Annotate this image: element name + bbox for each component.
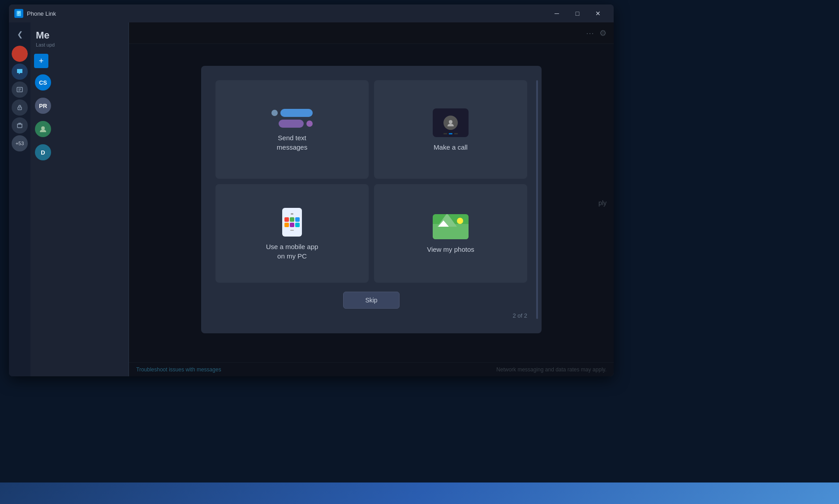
list-item[interactable]: CS bbox=[30, 71, 129, 94]
mobile-illustration bbox=[282, 208, 302, 237]
modal-card-grid: Send text messages bbox=[215, 80, 527, 283]
message-list: CS PR D bbox=[30, 71, 129, 376]
messages-title: Me bbox=[36, 30, 123, 41]
mobile-app-label: Use a mobile app on my PC bbox=[266, 242, 318, 261]
window-controls: ─ □ ✕ bbox=[546, 6, 608, 21]
sidebar-item-lock[interactable] bbox=[12, 99, 28, 116]
sidebar-item-box[interactable] bbox=[12, 117, 28, 134]
maximize-button[interactable]: □ bbox=[567, 6, 588, 21]
contact-avatar-cs: CS bbox=[35, 74, 51, 90]
view-photos-label: View my photos bbox=[427, 245, 474, 254]
svg-rect-11 bbox=[17, 124, 22, 128]
modal-overlay: Send text messages bbox=[129, 22, 614, 376]
make-call-card[interactable]: Make a call bbox=[374, 80, 527, 179]
sms-illustration bbox=[271, 109, 313, 128]
sidebar: ❮ bbox=[9, 22, 30, 376]
app-body: ❮ bbox=[9, 22, 614, 376]
list-item[interactable] bbox=[30, 117, 129, 141]
title-bar: Phone Link ─ □ ✕ bbox=[9, 4, 614, 22]
sidebar-toggle[interactable]: ❮ bbox=[12, 26, 28, 42]
user-avatar bbox=[12, 46, 28, 62]
call-illustration bbox=[433, 108, 469, 137]
app-title: Phone Link bbox=[27, 10, 546, 17]
app-icon bbox=[14, 9, 23, 18]
send-text-card[interactable]: Send text messages bbox=[215, 80, 369, 179]
svg-rect-2 bbox=[17, 13, 20, 13]
sidebar-avatar[interactable] bbox=[12, 46, 28, 62]
sidebar-badge-count[interactable]: +53 bbox=[12, 135, 28, 151]
list-item[interactable]: PR bbox=[30, 94, 129, 117]
make-call-label: Make a call bbox=[434, 142, 468, 152]
app-window: Phone Link ─ □ ✕ ❮ bbox=[9, 4, 614, 376]
main-content: ⋯ ⚙ ply Troubleshoot issues with message… bbox=[129, 22, 614, 376]
new-message-button[interactable]: + bbox=[34, 54, 48, 68]
view-photos-card[interactable]: View my photos bbox=[374, 184, 527, 283]
contact-avatar-d: D bbox=[35, 144, 51, 160]
contact-avatar-pr: PR bbox=[35, 98, 51, 114]
skip-button[interactable]: Skip bbox=[343, 292, 399, 309]
sidebar-item-news[interactable] bbox=[12, 82, 28, 98]
pagination: 2 of 2 bbox=[512, 312, 527, 319]
photos-illustration bbox=[433, 214, 469, 239]
svg-point-4 bbox=[18, 15, 19, 16]
messages-subtitle: Last upd bbox=[36, 42, 123, 47]
minimize-button[interactable]: ─ bbox=[546, 6, 567, 21]
messages-panel: Me Last upd + CS PR bbox=[30, 22, 129, 376]
sidebar-item-messages[interactable] bbox=[12, 64, 28, 80]
messages-toolbar: + bbox=[30, 51, 129, 71]
svg-rect-1 bbox=[17, 12, 20, 12]
contact-avatar-person bbox=[35, 121, 51, 137]
svg-rect-3 bbox=[17, 13, 19, 14]
send-text-label: Send text messages bbox=[277, 133, 307, 152]
call-avatar bbox=[443, 116, 458, 130]
svg-point-13 bbox=[449, 120, 452, 124]
taskbar bbox=[0, 482, 839, 504]
svg-point-12 bbox=[41, 126, 45, 130]
list-item[interactable]: D bbox=[30, 141, 129, 164]
modal-scrollbar[interactable] bbox=[536, 80, 538, 319]
mobile-app-card[interactable]: Use a mobile app on my PC bbox=[215, 184, 369, 283]
messages-header: Me Last upd bbox=[30, 22, 129, 51]
feature-modal: Send text messages bbox=[201, 66, 542, 333]
svg-point-10 bbox=[19, 108, 20, 109]
close-button[interactable]: ✕ bbox=[588, 6, 608, 21]
